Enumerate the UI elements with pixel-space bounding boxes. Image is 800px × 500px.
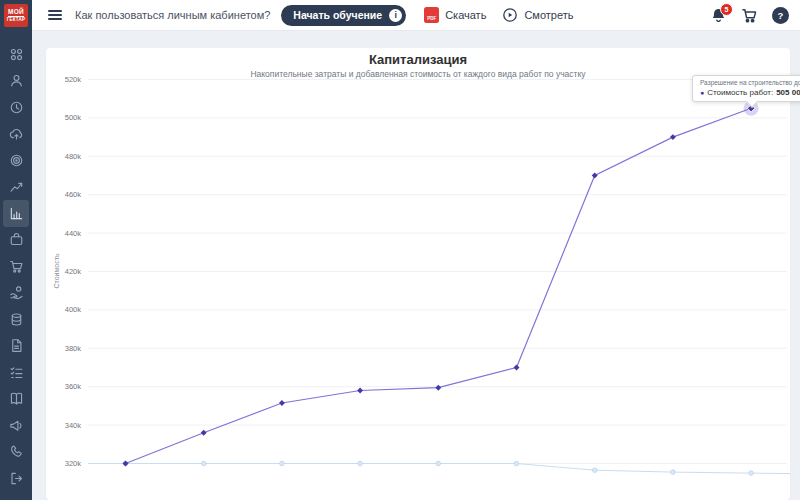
data-point[interactable]	[201, 461, 206, 466]
bar-chart-icon	[9, 206, 24, 221]
topbar-right-cluster: 5 ?	[710, 7, 800, 24]
sidebar-item-hand-coin[interactable]	[3, 280, 29, 307]
document-icon	[9, 338, 24, 353]
sidebar-item-document[interactable]	[3, 333, 29, 360]
data-point[interactable]	[670, 134, 676, 140]
data-point[interactable]	[514, 365, 520, 371]
sidebar-item-coins[interactable]	[3, 306, 29, 333]
info-icon: i	[389, 9, 402, 22]
data-point[interactable]	[357, 388, 363, 394]
y-tick-label: 360k	[65, 382, 82, 391]
watch-label: Смотреть	[524, 9, 573, 21]
play-icon	[502, 7, 518, 23]
start-training-label: Начать обучение	[293, 9, 382, 21]
watch-video-button[interactable]: Смотреть	[502, 7, 573, 23]
sidebar-item-checklist[interactable]	[3, 359, 29, 386]
data-point[interactable]	[436, 461, 441, 466]
y-tick-label: 500k	[65, 113, 82, 122]
tooltip-title: Разрешение на строительство дорог	[700, 79, 800, 86]
book-icon	[9, 391, 24, 406]
y-tick-label: 460k	[65, 190, 82, 199]
y-tick-label: 420k	[65, 267, 82, 276]
download-pdf-button[interactable]: PDF Скачать	[424, 7, 486, 23]
data-point[interactable]	[592, 173, 598, 179]
y-tick-label: 440k	[65, 229, 82, 238]
sidebar-item-megaphone[interactable]	[3, 412, 29, 439]
megaphone-icon	[9, 418, 24, 433]
profile-help-avatar[interactable]: ?	[772, 7, 789, 24]
hand-coin-icon	[9, 285, 24, 300]
sidebar-item-logout[interactable]	[3, 465, 29, 492]
y-axis-title: Стоимость	[53, 253, 60, 288]
sidebar-item-phone[interactable]	[3, 439, 29, 466]
data-point[interactable]	[201, 430, 207, 436]
trending-up-icon	[9, 179, 24, 194]
data-point[interactable]	[592, 468, 597, 473]
sidebar-nav	[0, 41, 32, 492]
tooltip-series-marker: ●	[700, 89, 704, 96]
sidebar: МОЙ ГЕКТАР	[0, 0, 32, 500]
clock-icon	[9, 100, 24, 115]
tooltip-value: 505 000	[776, 88, 800, 97]
logout-icon	[9, 471, 24, 486]
phone-icon	[9, 444, 24, 459]
capitalization-line-chart[interactable]: 320k340k360k380k400k420k440k460k480k500k…	[46, 48, 790, 500]
sidebar-item-clock[interactable]	[3, 94, 29, 121]
data-point[interactable]	[279, 400, 285, 406]
sidebar-item-cart[interactable]	[3, 253, 29, 280]
y-tick-label: 380k	[65, 344, 82, 353]
y-tick-label: 480k	[65, 152, 82, 161]
cloud-upload-icon	[9, 126, 24, 141]
sidebar-item-user[interactable]	[3, 68, 29, 95]
cart-icon	[741, 7, 758, 24]
notifications-count-badge: 5	[720, 3, 733, 16]
data-point[interactable]	[280, 461, 285, 466]
data-point[interactable]	[358, 461, 363, 466]
data-point[interactable]	[514, 461, 519, 466]
sidebar-item-briefcase[interactable]	[3, 227, 29, 254]
y-tick-label: 400k	[65, 305, 82, 314]
series-line-0	[126, 108, 752, 463]
sidebar-item-apps[interactable]	[3, 41, 29, 68]
data-point[interactable]	[435, 385, 441, 391]
topbar: Как пользоваться личным кабинетом? Начат…	[32, 0, 800, 31]
logo-text-line2: ГЕКТАР	[7, 18, 25, 23]
sidebar-item-cloud-upload[interactable]	[3, 121, 29, 148]
sidebar-item-trending-up[interactable]	[3, 174, 29, 201]
data-point[interactable]	[123, 461, 129, 467]
briefcase-icon	[9, 232, 24, 247]
moy-gektar-logo[interactable]: МОЙ ГЕКТАР	[4, 4, 28, 27]
y-tick-label: 320k	[65, 459, 82, 468]
y-tick-label: 520k	[65, 75, 82, 84]
pdf-icon: PDF	[424, 7, 439, 23]
help-link[interactable]: Как пользоваться личным кабинетом?	[75, 9, 270, 21]
cart-icon	[9, 259, 24, 274]
target-icon	[9, 153, 24, 168]
sidebar-item-target[interactable]	[3, 147, 29, 174]
sidebar-item-bar-chart[interactable]	[3, 200, 29, 227]
hamburger-menu-icon[interactable]	[48, 10, 62, 20]
chart-tooltip: Разрешение на строительство дорог ● Стои…	[692, 75, 800, 102]
start-training-button[interactable]: Начать обучение i	[281, 5, 406, 26]
logo-text-line1: МОЙ	[8, 9, 24, 18]
tooltip-row: ● Стоимость работ: 505 000	[700, 88, 800, 97]
capitalization-card: Капитализация Накопительные затраты и до…	[46, 48, 790, 500]
data-point[interactable]	[671, 470, 676, 475]
apps-icon	[9, 47, 24, 62]
y-tick-label: 340k	[65, 421, 82, 430]
user-icon	[9, 73, 24, 88]
tooltip-series-label: Стоимость работ:	[707, 88, 773, 97]
notifications-button[interactable]: 5	[710, 7, 727, 24]
checklist-icon	[9, 365, 24, 380]
sidebar-item-book[interactable]	[3, 386, 29, 413]
coins-icon	[9, 312, 24, 327]
cart-button[interactable]	[741, 7, 758, 24]
download-label: Скачать	[445, 9, 486, 21]
data-point[interactable]	[749, 471, 754, 476]
